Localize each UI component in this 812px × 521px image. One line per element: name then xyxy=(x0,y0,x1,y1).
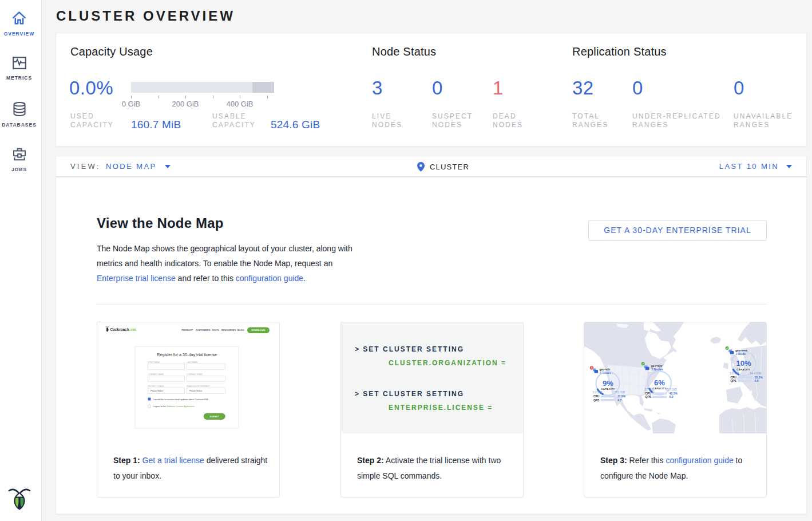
svg-text:CAPACITY: CAPACITY xyxy=(601,388,615,390)
svg-text:Cockroach: Cockroach xyxy=(110,327,129,331)
svg-text:COMPANY NAME: COMPANY NAME xyxy=(148,373,164,376)
svg-text:CPU: CPU xyxy=(593,394,600,398)
svg-text:QPS: QPS xyxy=(730,379,736,382)
svg-text:CPU: CPU xyxy=(645,392,652,395)
svg-text:65.7 GiB: 65.7 GiB xyxy=(666,388,677,391)
svg-text:10%: 10% xyxy=(736,359,751,368)
svg-text:CAPACITY: CAPACITY xyxy=(652,387,667,390)
svg-text:RESOURCES: RESOURCES xyxy=(221,329,236,331)
svg-text:4.7: 4.7 xyxy=(617,398,621,402)
svg-text:QPS: QPS xyxy=(645,395,652,398)
svg-text:6%: 6% xyxy=(654,378,665,387)
svg-text:2 Nodes: 2 Nodes xyxy=(651,368,663,371)
svg-text:11.0%: 11.0% xyxy=(617,394,625,398)
svg-text:Register for a 30-day trial li: Register for a 30-day trial license xyxy=(157,352,217,357)
svg-text:0.0: 0.0 xyxy=(670,395,674,398)
svg-text:0.6: 0.6 xyxy=(755,379,759,382)
svg-text:58.3%: 58.3% xyxy=(755,376,763,379)
svg-text:DOWNLOAD: DOWNLOAD xyxy=(252,329,266,331)
svg-text:I agree to the Software Licens: I agree to the Software License Agreemen… xyxy=(153,405,195,408)
svg-text:3.2 GiB: 3.2 GiB xyxy=(593,390,603,394)
svg-text:3.6 GiB: 3.6 GiB xyxy=(730,372,739,375)
svg-text:COMPANY EMAIL: COMPANY EMAIL xyxy=(187,373,203,376)
svg-text:CPU: CPU xyxy=(730,376,736,379)
svg-text:9%: 9% xyxy=(603,379,613,388)
svg-text:54.4 GiB: 54.4 GiB xyxy=(750,372,762,375)
svg-text:42.5%: 42.5% xyxy=(670,392,678,395)
svg-text:SUBMIT: SUBMIT xyxy=(209,416,219,418)
svg-text:Please Select: Please Select xyxy=(189,390,202,392)
svg-text:LABS: LABS xyxy=(129,328,137,331)
svg-text:I would like to receive email: I would like to receive email updates ab… xyxy=(153,398,209,401)
svg-text:351 GiB: 351 GiB xyxy=(615,390,625,394)
svg-text:PRODUCT: PRODUCT xyxy=(182,329,193,331)
svg-text:DOCS: DOCS xyxy=(212,329,219,331)
svg-text:FIRST NAME: FIRST NAME xyxy=(148,361,160,364)
svg-text:CUSTOMERS: CUSTOMERS xyxy=(196,329,211,331)
svg-text:3.7 GiB: 3.7 GiB xyxy=(644,388,654,391)
svg-text:REASON FOR INTEREST: REASON FOR INTEREST xyxy=(187,385,209,388)
svg-text:BLOG: BLOG xyxy=(237,329,244,331)
svg-text:QPS: QPS xyxy=(593,398,600,402)
svg-text:LAST NAME: LAST NAME xyxy=(187,361,197,364)
svg-text:PROJECT PHASE: PROJECT PHASE xyxy=(148,385,164,388)
svg-text:CAPACITY: CAPACITY xyxy=(736,368,751,371)
svg-text:Please Select: Please Select xyxy=(150,390,163,392)
